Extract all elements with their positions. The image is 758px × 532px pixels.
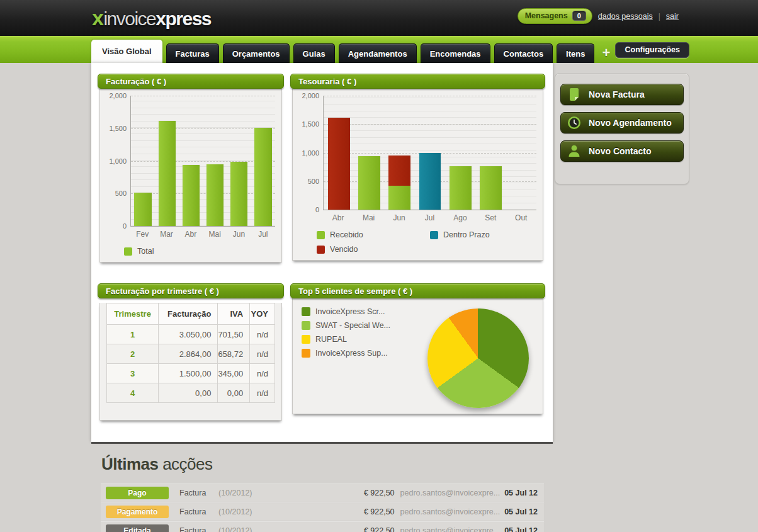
tab-itens[interactable]: Itens <box>557 43 594 63</box>
table-cell: n/d <box>250 383 275 403</box>
app-logo[interactable]: xinvoicexpress <box>92 6 211 30</box>
action-amount: € 922,50 <box>364 489 395 497</box>
tab-or-amentos[interactable]: Orçamentos <box>223 43 290 63</box>
chart-plot-area: 05001,0001,5002,000 <box>130 96 275 227</box>
table-header-row: TrimestreFacturaçãoIVAYOY <box>107 303 275 325</box>
person-icon <box>567 144 582 159</box>
table-cell: 345,00 <box>218 364 250 383</box>
novo-agendamento-button[interactable]: Novo Agendamento <box>560 112 684 133</box>
table-cell: 0,00 <box>159 383 218 403</box>
action-date: 05 Jul 12 <box>504 507 538 516</box>
logo-text-invoice: invoice <box>103 8 156 29</box>
facturacao-bar-chart: 05001,0001,5002,000FevMarAbrMaiJunJulTot… <box>99 87 282 263</box>
nav-tabs: Visão GlobalFacturasOrçamentosGuiasAgend… <box>91 40 610 63</box>
column-header-col-iva: IVA <box>218 303 250 325</box>
add-tab-plus-icon[interactable]: + <box>602 47 610 59</box>
table-cell: n/d <box>250 325 275 344</box>
table-cell: 3.050,00 <box>159 325 218 344</box>
legend-swatch <box>124 247 132 256</box>
legend-label: InvoiceXpress Sup... <box>315 349 388 358</box>
y-axis-tick-label: 500 <box>308 178 319 185</box>
chart-bar <box>230 162 247 226</box>
x-axis-tick-label: Abr <box>179 230 203 239</box>
tab-facturas[interactable]: Facturas <box>166 43 219 63</box>
logout-link[interactable]: sair <box>666 12 679 21</box>
main-navigation-bar: Visão GlobalFacturasOrçamentosGuiasAgend… <box>0 36 758 63</box>
x-axis-tick-label: Mai <box>353 213 383 222</box>
legend-swatch <box>302 321 310 330</box>
side-button-label: Nova Factura <box>589 89 645 99</box>
x-axis-tick-label: Jun <box>384 213 414 222</box>
chart-bar <box>159 121 176 226</box>
tab-agendamentos[interactable]: Agendamentos <box>339 43 417 63</box>
table-cell: 2 <box>107 344 159 364</box>
legend-swatch <box>302 335 310 344</box>
recent-actions-list: PagoFactura(10/2012)€ 922,50pedro.santos… <box>101 484 544 532</box>
messages-button[interactable]: Mensagens 0 <box>518 8 592 24</box>
panel-top5-title: Top 5 clientes de sempre ( € ) <box>290 283 545 298</box>
action-user-email: pedro.santos@invoicexpre... <box>400 489 501 497</box>
panel-facturacao-title: Facturação ( € ) <box>98 74 284 89</box>
tab-guias[interactable]: Guias <box>293 43 335 63</box>
settings-button[interactable]: Configurações <box>615 42 689 58</box>
chart-bar <box>134 193 151 226</box>
y-axis-tick-label: 2,000 <box>302 92 319 99</box>
table-cell: 3 <box>107 364 159 383</box>
chart-plot-area: 05001,0001,5002,000 <box>323 96 536 210</box>
x-axis-labels: FevMarAbrMaiJunJul <box>130 227 275 239</box>
clock-icon <box>567 115 582 130</box>
panel-top5: Top 5 clientes de sempre ( € ) InvoiceXp… <box>290 283 545 421</box>
y-axis-tick-label: 0 <box>123 222 127 230</box>
legend-label: Recebido <box>330 230 363 239</box>
y-axis-tick-label: 1,000 <box>302 149 319 157</box>
recent-actions-section: Últimas acções PagoFactura(10/2012)€ 922… <box>91 442 553 532</box>
panel-facturacao: Facturação ( € ) 05001,0001,5002,000FevM… <box>98 74 284 263</box>
chart-bar <box>358 156 380 210</box>
table-row: 13.050,00701,50n/d <box>107 325 275 344</box>
chart-gridline <box>324 96 536 96</box>
legend-item: Recebido <box>317 230 424 239</box>
table-cell: 1 <box>107 325 159 344</box>
legend-label: Dentro Prazo <box>443 230 490 239</box>
chart-gridline <box>324 124 536 125</box>
personal-data-link[interactable]: dados pessoais <box>598 12 653 21</box>
table-cell: 4 <box>107 383 159 403</box>
y-axis-tick-label: 2,000 <box>109 92 127 99</box>
chart-gridline <box>131 161 275 162</box>
recent-actions-title: Últimas acções <box>101 455 544 474</box>
legend-swatch <box>430 231 438 239</box>
table-row: 40,000,00n/d <box>107 383 275 403</box>
chart-legend: Total <box>124 247 275 256</box>
action-document-type: Factura <box>179 526 218 532</box>
recent-action-row[interactable]: EditadaFactura(10/2012)€ 922,50pedro.san… <box>101 521 544 532</box>
panel-trimestres-title: Facturação por trimestre ( € ) <box>98 283 284 298</box>
x-axis-tick-label: Ago <box>445 213 475 222</box>
y-axis-tick-label: 1,500 <box>302 120 319 128</box>
recent-action-row[interactable]: PagoFactura(10/2012)€ 922,50pedro.santos… <box>101 484 544 502</box>
chart-bar <box>450 166 472 210</box>
chart-bar <box>480 166 502 210</box>
recent-action-row[interactable]: PagamentoFactura(10/2012)€ 922,50pedro.s… <box>101 502 544 521</box>
tesouraria-bar-chart: 05001,0001,5002,000AbrMaiJunJulAgoSetOut… <box>292 87 543 261</box>
tab-encomendas[interactable]: Encomendas <box>421 43 490 63</box>
panel-trimestres: Facturação por trimestre ( € ) Trimestre… <box>98 283 284 421</box>
legend-swatch <box>302 349 310 358</box>
link-separator: | <box>659 12 660 21</box>
novo-contacto-button[interactable]: Novo Contacto <box>560 140 684 162</box>
column-header-col-fact: Facturação <box>159 303 218 325</box>
action-user-email: pedro.santos@invoicexpre... <box>400 526 501 532</box>
table-cell: 2.864,00 <box>159 344 218 364</box>
tab-contactos[interactable]: Contactos <box>494 43 553 63</box>
chart-bar <box>388 186 410 210</box>
chart-bar <box>328 118 350 210</box>
x-axis-tick-label: Mar <box>154 230 178 239</box>
tab-vis-o-global[interactable]: Visão Global <box>91 40 162 63</box>
logo-x-icon: x <box>92 6 103 30</box>
top5-pie-container: InvoiceXpress Scr...SWAT - Special We...… <box>292 297 543 414</box>
y-axis-tick-label: 1,000 <box>109 157 127 165</box>
nova-factura-button[interactable]: Nova Factura <box>560 84 684 105</box>
logo-text-xpress: xpress <box>156 8 211 29</box>
legend-swatch <box>317 231 325 239</box>
panel-tesouraria: Tesouraria ( € ) 05001,0001,5002,000AbrM… <box>290 74 545 263</box>
table-row: 22.864,00658,72n/d <box>107 344 275 364</box>
